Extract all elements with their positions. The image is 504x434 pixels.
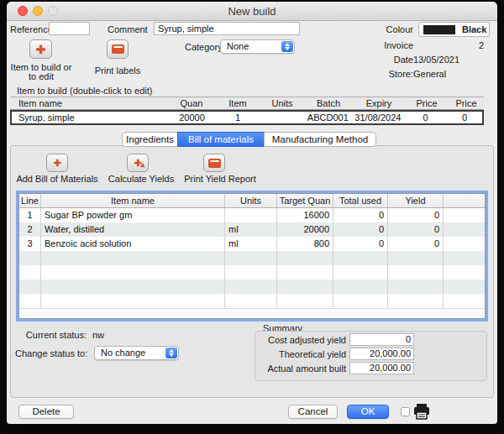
delete-button[interactable]: Delete xyxy=(18,405,74,419)
actual-amount-built-field[interactable]: 20,000.00 xyxy=(349,362,414,374)
build-table-row[interactable]: Syrup, simple 20000 1 ABCD001 31/08/2024… xyxy=(10,110,484,125)
calculate-yields-label: Calculate Yields xyxy=(99,174,183,184)
dropdown-stepper-icon xyxy=(281,41,293,52)
column-header[interactable]: Target Quan xyxy=(277,194,333,207)
table-row[interactable]: 1 Sugar BP powder gm 16000 0 0 xyxy=(19,208,485,222)
tab-bill-of-materials[interactable]: Bill of materials xyxy=(177,132,265,147)
reference-label: Reference xyxy=(10,24,53,34)
invoice-value: 2 xyxy=(444,40,484,50)
colour-picker[interactable]: Black xyxy=(418,22,490,37)
bill-of-materials-table[interactable]: Line Item name Units Target Quan Total u… xyxy=(18,193,486,319)
date-label: Date xyxy=(367,55,413,65)
column-header[interactable]: Line xyxy=(19,194,41,207)
empty-row[interactable] xyxy=(19,251,485,265)
date-value: 13/05/2021 xyxy=(413,55,459,65)
category-value: None xyxy=(227,41,249,51)
store-value: General xyxy=(413,69,446,79)
colour-value: Black xyxy=(462,24,486,34)
horizontal-scrollbar[interactable] xyxy=(20,308,484,317)
column-header[interactable]: Quan xyxy=(168,97,215,109)
comment-label: Comment xyxy=(108,24,148,34)
dropdown-stepper-icon xyxy=(165,348,177,358)
theoretical-yield-field[interactable]: 20,000.00 xyxy=(349,348,414,360)
theoretical-yield-label: Theoretical yield xyxy=(259,349,346,359)
plus-icon: ✚ xyxy=(53,159,60,168)
column-header[interactable]: Units xyxy=(260,97,304,109)
invoice-label: Invoice xyxy=(367,40,413,50)
arrow-icon xyxy=(140,163,147,170)
printer-icon xyxy=(208,159,221,168)
cost-adjusted-yield-field[interactable]: 0 xyxy=(349,333,414,346)
category-label: Category xyxy=(185,42,223,52)
column-header[interactable]: Batch xyxy=(304,97,353,109)
column-header[interactable]: Item xyxy=(215,97,260,109)
ok-button[interactable]: OK xyxy=(347,405,389,419)
empty-row[interactable] xyxy=(19,294,485,308)
actual-amount-built-label: Actual amount built xyxy=(259,363,346,374)
title-bar[interactable]: New build xyxy=(7,2,497,21)
colour-label: Colour xyxy=(375,24,413,34)
print-labels-button[interactable] xyxy=(107,39,129,59)
column-header[interactable]: Price Exten xyxy=(449,97,484,109)
screenshot-backdrop: New build Reference Comment Colour Black… xyxy=(0,0,504,434)
print-yield-report-button[interactable] xyxy=(203,154,225,172)
plus-icon: ✚ xyxy=(36,44,46,55)
print-labels-label: Print labels xyxy=(80,65,155,76)
column-header[interactable]: Item name xyxy=(41,194,225,207)
item-to-build-button-label: Item to build or to edit xyxy=(8,63,74,81)
table-row[interactable]: 3 Benzoic acid solution ml 800 0 0 xyxy=(19,237,485,251)
calculate-yields-button[interactable]: ✚ xyxy=(127,154,149,172)
column-header[interactable]: Expiry xyxy=(353,97,405,109)
cancel-button[interactable]: Cancel xyxy=(288,405,338,419)
table-row[interactable]: 2 Water, distilled ml 20000 0 0 xyxy=(19,222,485,237)
change-status-label: Change status to: xyxy=(15,348,87,358)
printer-icon xyxy=(112,44,124,54)
cost-adjusted-yield-label: Cost adjusted yield xyxy=(259,335,346,345)
column-header[interactable]: Yield xyxy=(388,194,444,207)
build-table-header: Item name Quan Item Units Batch Expiry P… xyxy=(10,97,484,110)
column-header[interactable]: Price xyxy=(405,97,449,109)
category-dropdown[interactable]: None xyxy=(220,39,295,54)
printer-icon xyxy=(413,404,430,420)
print-button[interactable] xyxy=(413,404,430,420)
tab-ingredients[interactable]: Ingredients xyxy=(122,132,178,147)
colour-swatch xyxy=(423,25,455,34)
store-label: Store: xyxy=(367,69,413,79)
current-status-label: Current status: xyxy=(15,330,87,340)
change-status-dropdown[interactable]: No change xyxy=(94,346,179,360)
bom-table-header: Line Item name Units Target Quan Total u… xyxy=(19,194,485,208)
new-build-window: New build Reference Comment Colour Black… xyxy=(7,2,497,424)
window-title: New build xyxy=(7,5,497,18)
print-yield-report-label: Print Yield Report xyxy=(174,174,266,184)
reference-input[interactable] xyxy=(49,22,90,35)
change-status-value: No change xyxy=(101,348,145,358)
tab-manufacturing-method[interactable]: Manufacturing Method xyxy=(264,132,376,147)
print-checkbox[interactable] xyxy=(401,407,410,416)
add-bill-of-materials-label: Add Bill of Materials xyxy=(15,174,99,184)
current-status-value: nw xyxy=(92,330,104,340)
column-header[interactable]: Units xyxy=(225,194,277,207)
column-header[interactable]: Item name xyxy=(10,97,168,109)
comment-input[interactable] xyxy=(154,22,300,35)
empty-row[interactable] xyxy=(19,280,485,294)
build-table-caption: Item to build (double-click to edit) xyxy=(17,86,152,96)
item-to-build-button[interactable]: ✚ xyxy=(29,39,52,59)
column-header[interactable]: Total used xyxy=(333,194,388,207)
add-bill-of-materials-button[interactable]: ✚ xyxy=(46,154,68,172)
empty-row[interactable] xyxy=(19,265,485,280)
